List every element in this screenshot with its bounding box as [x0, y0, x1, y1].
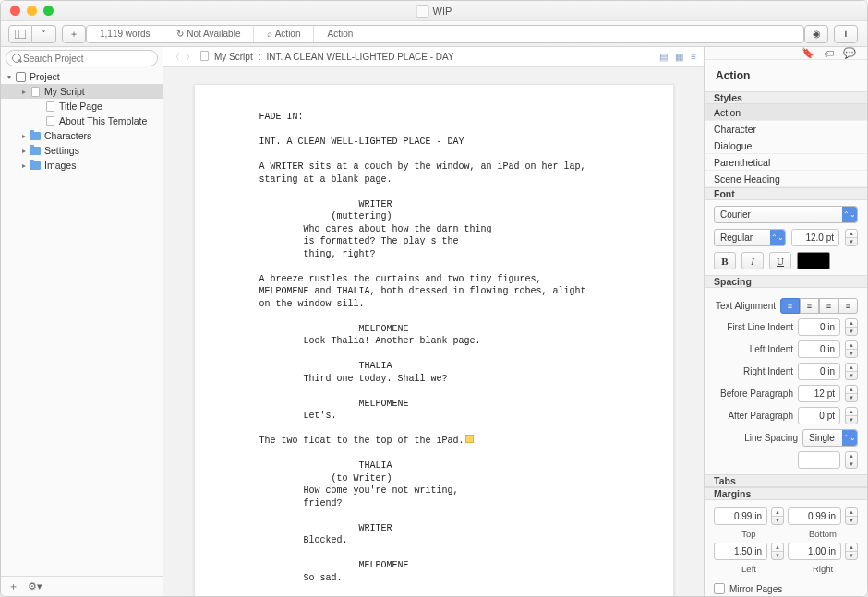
sidebar-mode-dropdown[interactable]: ˅: [32, 25, 56, 43]
inspector: 🔖 🏷 💬 Action Styles Action Character Dia…: [704, 47, 867, 596]
font-size-stepper[interactable]: ▲▼: [845, 229, 858, 246]
path-scene[interactable]: INT. A CLEAN WELL-LIGHTED PLACE - DAY: [266, 52, 453, 62]
add-button[interactable]: ＋: [62, 25, 86, 43]
section-styles[interactable]: Styles: [705, 91, 867, 104]
style-item-action[interactable]: Action: [705, 104, 867, 121]
app-window: WIP ˅ ＋ 1,119 words ↻ Not Available ⌕ Ac…: [0, 0, 868, 597]
element-selector-1[interactable]: ⌕ Action: [254, 26, 314, 42]
styles-list: Action Character Dialogue Parenthetical …: [705, 104, 867, 187]
line-spacing-value-field[interactable]: [798, 451, 840, 469]
outline-mode-icon[interactable]: ≡: [691, 52, 696, 62]
history-back-button[interactable]: 〈: [171, 51, 180, 64]
font-size-field[interactable]: 12.0 pt: [791, 229, 839, 246]
binder-footer: ＋ ⚙︎▾: [1, 576, 163, 596]
info-button[interactable]: i: [834, 25, 858, 43]
align-right-button[interactable]: ≡: [819, 298, 838, 314]
line-spacing-select[interactable]: Single⌃⌄: [802, 429, 858, 447]
margin-left-field[interactable]: 1.50 in: [714, 543, 767, 560]
mirror-pages-checkbox[interactable]: Mirror Pages: [705, 581, 867, 596]
section-margins[interactable]: Margins: [705, 487, 867, 500]
binder-item-my-script[interactable]: ▸My Script: [1, 84, 163, 99]
style-item-scene-heading[interactable]: Scene Heading: [705, 171, 867, 187]
search-container: [1, 47, 163, 69]
after-paragraph-stepper[interactable]: ▲▼: [845, 407, 858, 424]
left-indent-field[interactable]: 0 in: [798, 340, 840, 358]
zoom-window-button[interactable]: [43, 6, 54, 16]
tag-tab-icon[interactable]: 🏷: [824, 48, 834, 59]
margin-right-field[interactable]: 1.00 in: [788, 543, 841, 560]
editor-scroll[interactable]: FADE IN: INT. A CLEAN WELL-LIGHTED PLACE…: [163, 67, 704, 596]
path-doc-icon: [200, 51, 209, 63]
margin-bottom-field[interactable]: 0.99 in: [788, 507, 841, 525]
status-box: 1,119 words ↻ Not Available ⌕ Action Act…: [86, 25, 804, 43]
text-alignment-segmented: ≡ ≡ ≡ ≡: [780, 298, 858, 314]
margin-top-field[interactable]: 0.99 in: [714, 507, 767, 525]
binder-item-images[interactable]: ▸Images: [1, 158, 163, 173]
before-paragraph-stepper[interactable]: ▲▼: [845, 385, 858, 402]
style-item-parenthetical[interactable]: Parenthetical: [705, 154, 867, 171]
binder-tree: ▾Project ▸My Script Title Page About Thi…: [1, 69, 163, 576]
section-font[interactable]: Font: [705, 187, 867, 200]
titlebar: WIP: [1, 1, 867, 21]
path-sep: :: [259, 52, 261, 62]
margin-bottom-stepper[interactable]: ▲▼: [845, 507, 858, 525]
element-selector-2[interactable]: Action: [314, 26, 388, 42]
binder-item-about-template[interactable]: About This Template: [1, 113, 163, 128]
align-left-button[interactable]: ≡: [780, 298, 800, 314]
section-spacing[interactable]: Spacing: [705, 275, 867, 288]
close-window-button[interactable]: [10, 6, 20, 16]
margin-top-stepper[interactable]: ▲▼: [771, 507, 784, 525]
align-justify-button[interactable]: ≡: [838, 298, 858, 314]
style-item-character[interactable]: Character: [705, 121, 867, 137]
style-item-dialogue[interactable]: Dialogue: [705, 137, 867, 154]
right-indent-field[interactable]: 0 in: [798, 363, 840, 380]
window-title: WIP: [433, 6, 452, 17]
binder-sidebar: ▾Project ▸My Script Title Page About Thi…: [1, 47, 163, 596]
after-paragraph-field[interactable]: 0 pt: [798, 407, 840, 424]
word-count[interactable]: 1,119 words: [87, 26, 163, 42]
binder-item-title-page[interactable]: Title Page: [1, 99, 163, 113]
eye-button[interactable]: ◉: [804, 25, 828, 43]
italic-button[interactable]: I: [741, 252, 764, 269]
svg-rect-0: [15, 30, 26, 39]
minimize-window-button[interactable]: [27, 6, 37, 16]
first-line-indent-field[interactable]: 0 in: [798, 318, 840, 336]
before-paragraph-field[interactable]: 12 pt: [798, 385, 840, 402]
section-tabs[interactable]: Tabs: [705, 474, 867, 487]
font-weight-select[interactable]: Regular⌃⌄: [714, 229, 786, 246]
line-spacing-stepper[interactable]: ▲▼: [845, 451, 858, 469]
align-center-button[interactable]: ≡: [800, 298, 819, 314]
binder-project-root[interactable]: ▾Project: [1, 69, 163, 84]
first-line-indent-stepper[interactable]: ▲▼: [845, 318, 858, 336]
toolbar: ˅ ＋ 1,119 words ↻ Not Available ⌕ Action…: [1, 21, 867, 47]
scrivenings-mode-icon[interactable]: ▤: [659, 52, 668, 62]
editor-area: 〈 〉 My Script : INT. A CLEAN WELL-LIGHTE…: [163, 47, 704, 596]
font-family-select[interactable]: Courier⌃⌄: [714, 206, 858, 223]
bold-button[interactable]: B: [714, 252, 736, 269]
editor-pathbar: 〈 〉 My Script : INT. A CLEAN WELL-LIGHTE…: [163, 47, 704, 67]
path-doc[interactable]: My Script: [214, 52, 253, 62]
text-alignment-label: Text Alignment: [714, 301, 776, 311]
script-page-1[interactable]: FADE IN: INT. A CLEAN WELL-LIGHTED PLACE…: [194, 84, 674, 596]
inspector-style-name: Action: [705, 60, 867, 91]
binder-item-characters[interactable]: ▸Characters: [1, 128, 163, 143]
text-color-well[interactable]: [797, 252, 830, 269]
margin-left-stepper[interactable]: ▲▼: [771, 543, 784, 560]
backup-status[interactable]: ↻ Not Available: [163, 26, 254, 42]
binder-add-button[interactable]: ＋: [8, 579, 18, 593]
right-indent-stepper[interactable]: ▲▼: [845, 363, 858, 380]
left-indent-stepper[interactable]: ▲▼: [845, 340, 858, 358]
comment-tab-icon[interactable]: 💬: [843, 47, 856, 59]
history-forward-button[interactable]: 〉: [186, 51, 195, 64]
comment-marker-icon[interactable]: [465, 435, 474, 443]
inspector-tab-row: 🔖 🏷 💬: [705, 47, 867, 60]
underline-button[interactable]: U: [769, 252, 791, 269]
corkboard-mode-icon[interactable]: ▦: [675, 52, 683, 62]
search-input[interactable]: [6, 50, 158, 66]
bookmark-tab-icon[interactable]: 🔖: [802, 47, 814, 59]
sidebar-toggle-button[interactable]: [8, 25, 32, 43]
margin-right-stepper[interactable]: ▲▼: [845, 543, 858, 560]
binder-item-settings[interactable]: ▸Settings: [1, 143, 163, 158]
binder-gear-button[interactable]: ⚙︎▾: [28, 580, 42, 592]
